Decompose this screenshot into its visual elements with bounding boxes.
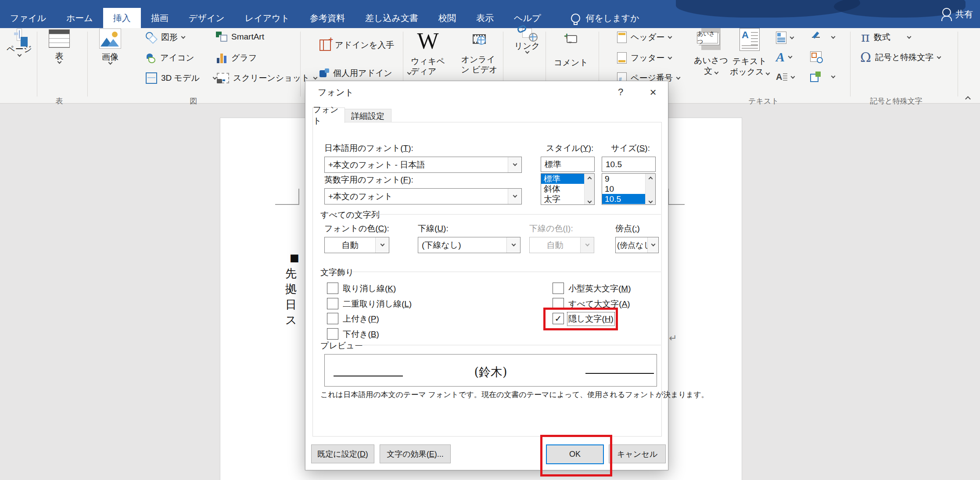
style-list-scrollbar[interactable]	[584, 174, 594, 204]
online-video-button[interactable]: オンライン ビデオ	[461, 32, 498, 75]
style-listbox[interactable]: 標準 斜体 太字	[541, 173, 595, 205]
strikethrough-checkbox[interactable]	[327, 283, 338, 294]
combo-dropdown-button[interactable]	[506, 237, 520, 253]
group-label-table: 表	[56, 96, 63, 106]
textbox-icon: A	[739, 28, 760, 51]
object-button[interactable]	[810, 72, 835, 82]
scroll-up-icon	[648, 177, 653, 181]
textbox-button[interactable]: A テキストボックス	[731, 28, 768, 77]
size-list-scrollbar[interactable]	[645, 174, 655, 204]
chevron-down-icon	[313, 75, 317, 79]
size-list-item[interactable]: 10.5	[602, 194, 645, 204]
tell-me-label: 何をしますか	[585, 12, 639, 24]
shapes-button[interactable]: 図形	[146, 32, 185, 43]
dialog-tab-advanced[interactable]: 詳細設定	[344, 109, 391, 123]
section-all-text: すべての文字列	[320, 209, 380, 221]
combo-dropdown-button[interactable]	[508, 157, 521, 172]
drop-cap-button[interactable]: A	[776, 72, 794, 82]
size-list-item[interactable]: 10	[602, 184, 645, 194]
font-dialog: フォント ? × フォント 詳細設定 日本語用のフォント(T): スタイル(Y)…	[305, 81, 668, 470]
combo-dropdown-button[interactable]	[508, 189, 521, 204]
japanese-font-label: 日本語用のフォント(T):	[324, 143, 413, 154]
3d-models-button[interactable]: 3D モデル	[146, 72, 216, 84]
font-color-combobox[interactable]: 自動	[324, 237, 389, 253]
3d-model-icon	[146, 72, 157, 84]
size-input[interactable]: 10.5	[602, 157, 656, 172]
size-list-item[interactable]: 9	[602, 174, 645, 184]
dialog-tab-font[interactable]: フォント	[312, 107, 345, 123]
tab-home[interactable]: ホーム	[56, 8, 103, 28]
greeting-stamp-icon: あいさつ	[697, 28, 725, 50]
footer-button[interactable]: フッター	[617, 52, 671, 64]
style-list-item[interactable]: 斜体	[541, 184, 584, 194]
dialog-help-button[interactable]: ?	[612, 84, 629, 100]
share-button[interactable]: 共有	[942, 0, 973, 28]
style-list-item[interactable]: 太字	[541, 194, 584, 204]
tab-file[interactable]: ファイル	[0, 8, 56, 28]
symbol-button[interactable]: Ω 記号と特殊文字	[860, 51, 941, 64]
japanese-font-combobox[interactable]: +本文のフォント - 日本語	[324, 157, 522, 173]
tab-draw[interactable]: 描画	[141, 8, 179, 28]
small-caps-checkbox[interactable]	[553, 283, 564, 294]
underline-style-combobox[interactable]: (下線なし)	[418, 237, 521, 253]
superscript-checkbox[interactable]	[327, 313, 338, 324]
emphasis-mark-combobox[interactable]: (傍点なし)	[615, 237, 659, 253]
style-input[interactable]: 標準	[541, 157, 595, 172]
wordart-button[interactable]: A	[776, 51, 792, 63]
double-strikethrough-checkbox[interactable]	[327, 298, 338, 309]
combo-dropdown-button[interactable]	[647, 237, 658, 253]
tab-layout[interactable]: レイアウト	[235, 8, 300, 28]
greeting-text-button[interactable]: あいさつ あいさつ文	[693, 28, 729, 76]
ribbon-group-separator	[850, 32, 851, 97]
pages-button[interactable]: ページ	[4, 29, 34, 56]
icons-button[interactable]: アイコン	[146, 52, 194, 64]
tab-insert[interactable]: 挿入	[103, 8, 141, 28]
comment-button[interactable]: + コメント	[552, 32, 590, 68]
font-color-label: フォントの色(C):	[324, 223, 389, 234]
header-button[interactable]: ヘッダー	[617, 32, 671, 43]
table-button[interactable]: 表	[44, 29, 75, 63]
size-listbox[interactable]: 9 10 10.5	[602, 173, 656, 205]
tab-help[interactable]: ヘルプ	[504, 8, 551, 28]
underline-color-combobox: 自動	[529, 237, 594, 253]
date-time-button[interactable]	[810, 51, 822, 62]
tab-references[interactable]: 参考資料	[300, 8, 355, 28]
quick-parts-button[interactable]	[776, 32, 793, 44]
set-as-default-button[interactable]: 既定に設定(D)	[311, 444, 374, 463]
image-icon	[99, 29, 121, 49]
tab-view[interactable]: 表示	[466, 8, 504, 28]
image-button[interactable]: 画像	[94, 29, 126, 64]
wikipedia-button[interactable]: W ウィキペディア	[408, 30, 448, 76]
smartart-button[interactable]: SmartArt	[216, 32, 264, 42]
chevron-down-icon	[907, 34, 911, 39]
style-list-item[interactable]: 標準	[541, 174, 584, 184]
text-effects-button[interactable]: 文字の効果(E)...	[380, 444, 451, 463]
dialog-close-button[interactable]: ×	[644, 84, 662, 100]
signature-line-button[interactable]	[810, 32, 835, 43]
chart-button[interactable]: グラフ	[217, 52, 257, 64]
screenshot-button[interactable]: スクリーンショット	[217, 72, 317, 84]
ribbon-group-separator	[37, 32, 37, 97]
comment-icon: +	[565, 33, 577, 45]
get-addins-button[interactable]: アドインを入手	[319, 39, 394, 51]
chevron-down-icon	[513, 193, 517, 198]
group-label-text: テキスト	[748, 96, 779, 106]
latin-font-combobox[interactable]: +本文のフォント	[324, 188, 522, 204]
shapes-icon	[146, 32, 157, 43]
document-text-line: ス	[285, 312, 297, 328]
my-addins-button[interactable]: 個人用アドイン	[319, 68, 411, 79]
equation-button[interactable]: π 数式	[861, 31, 911, 44]
combo-dropdown-button[interactable]	[375, 237, 389, 253]
icons-icon	[146, 53, 156, 63]
cancel-button[interactable]: キャンセル	[609, 444, 666, 463]
tab-design[interactable]: デザイン	[179, 8, 235, 28]
link-button[interactable]: リンク	[509, 28, 545, 53]
wikipedia-icon: W	[417, 30, 438, 53]
collapse-ribbon-button[interactable]	[963, 94, 973, 102]
tab-review[interactable]: 校閲	[428, 8, 466, 28]
tab-mailings[interactable]: 差し込み文書	[355, 8, 428, 28]
chevron-down-icon	[181, 34, 186, 39]
tell-me-box[interactable]: 何をしますか	[571, 8, 639, 28]
drop-cap-icon: A	[776, 72, 787, 82]
subscript-checkbox[interactable]	[327, 328, 338, 340]
